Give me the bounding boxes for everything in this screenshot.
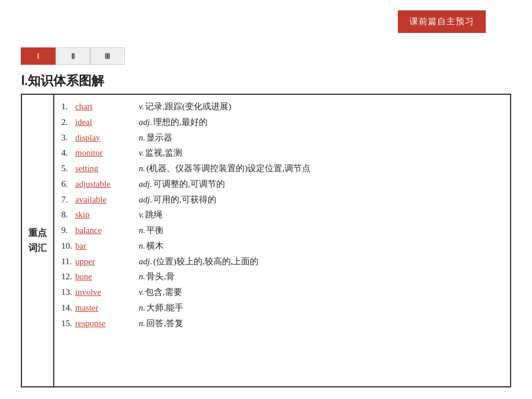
vocab-number: 8. bbox=[61, 208, 75, 222]
vocab-item: 15.response n.回答,答复 bbox=[61, 316, 503, 331]
vocab-number: 11. bbox=[61, 254, 75, 269]
vocab-word: skip bbox=[75, 208, 139, 222]
vocab-def: 大师,能手 bbox=[146, 301, 183, 315]
vocab-def: 理想的,最好的 bbox=[153, 115, 208, 130]
tab-1[interactable]: Ⅰ bbox=[21, 47, 56, 65]
left-label: 重点词汇 bbox=[22, 95, 54, 386]
vocab-list: 1.chart v.记录,跟踪(变化或进展)2.ideal adj.理想的,最好… bbox=[54, 95, 510, 386]
tab-2[interactable]: Ⅱ bbox=[56, 47, 90, 65]
vocab-table: 重点词汇 1.chart v.记录,跟踪(变化或进展)2.ideal adj.理… bbox=[21, 94, 511, 387]
vocab-pos: v. bbox=[139, 285, 144, 300]
vocab-pos: v. bbox=[139, 146, 144, 160]
vocab-item: 11.upper adj.(位置)较上的,较高的,上面的 bbox=[61, 254, 503, 269]
vocab-item: 13.involve v.包含,需要 bbox=[61, 285, 503, 300]
section-title: Ⅰ.知识体系图解 bbox=[21, 72, 104, 90]
vocab-number: 2. bbox=[61, 115, 75, 130]
vocab-def: 回答,答复 bbox=[146, 316, 183, 331]
vocab-word: response bbox=[75, 316, 139, 331]
vocab-number: 6. bbox=[61, 177, 75, 191]
vocab-item: 4.monitor v.监视,监测 bbox=[61, 146, 503, 160]
vocab-pos: adj. bbox=[139, 177, 152, 191]
vocab-item: 14.master n.大师,能手 bbox=[61, 301, 503, 315]
vocab-word: setting bbox=[75, 161, 139, 176]
vocab-def: (位置)较上的,较高的,上面的 bbox=[153, 254, 259, 269]
vocab-item: 12.bone n.骨头,骨 bbox=[61, 269, 503, 284]
vocab-item: 2.ideal adj.理想的,最好的 bbox=[61, 115, 503, 130]
vocab-number: 1. bbox=[61, 99, 75, 114]
tabs-container: Ⅰ Ⅱ Ⅲ bbox=[21, 47, 125, 65]
vocab-number: 14. bbox=[61, 301, 75, 315]
vocab-word: bone bbox=[75, 269, 139, 284]
vocab-def: 包含,需要 bbox=[145, 285, 182, 300]
preview-button[interactable]: 课前篇自主预习 bbox=[398, 10, 486, 33]
vocab-word: involve bbox=[75, 285, 139, 300]
vocab-def: 骨头,骨 bbox=[146, 269, 175, 284]
vocab-pos: v. bbox=[139, 99, 144, 114]
vocab-word: display bbox=[75, 131, 139, 145]
vocab-pos: n. bbox=[139, 301, 145, 315]
vocab-pos: n. bbox=[139, 223, 145, 238]
vocab-def: 可用的,可获得的 bbox=[153, 193, 216, 207]
vocab-def: 监视,监测 bbox=[145, 146, 182, 160]
vocab-def: 记录,跟踪(变化或进展) bbox=[145, 99, 231, 114]
vocab-item: 5.setting n.(机器、仪器等调控装置的)设定位置,调节点 bbox=[61, 161, 503, 176]
vocab-def: 跳绳 bbox=[145, 208, 162, 222]
vocab-pos: n. bbox=[139, 239, 145, 253]
vocab-pos: n. bbox=[139, 131, 145, 145]
vocab-item: 10.bar n.横木 bbox=[61, 239, 503, 253]
vocab-word: adjustable bbox=[75, 177, 139, 191]
vocab-def: 显示器 bbox=[146, 131, 172, 145]
vocab-number: 10. bbox=[61, 239, 75, 253]
vocab-def: 可调整的,可调节的 bbox=[153, 177, 225, 191]
vocab-item: 1.chart v.记录,跟踪(变化或进展) bbox=[61, 99, 503, 114]
vocab-word: master bbox=[75, 301, 139, 315]
vocab-word: bar bbox=[75, 239, 139, 253]
vocab-pos: adj. bbox=[139, 115, 152, 130]
vocab-pos: adj. bbox=[139, 193, 152, 207]
vocab-number: 15. bbox=[61, 316, 75, 331]
vocab-item: 3.display n.显示器 bbox=[61, 131, 503, 145]
vocab-pos: v. bbox=[139, 208, 144, 222]
vocab-word: upper bbox=[75, 254, 139, 269]
vocab-word: available bbox=[75, 193, 139, 207]
vocab-number: 3. bbox=[61, 131, 75, 145]
vocab-def: (机器、仪器等调控装置的)设定位置,调节点 bbox=[146, 161, 311, 176]
vocab-item: 8.skip v.跳绳 bbox=[61, 208, 503, 222]
vocab-word: balance bbox=[75, 223, 139, 238]
vocab-pos: n. bbox=[139, 316, 145, 331]
vocab-number: 7. bbox=[61, 193, 75, 207]
vocab-item: 7.available adj.可用的,可获得的 bbox=[61, 193, 503, 207]
vocab-word: ideal bbox=[75, 115, 139, 130]
vocab-pos: adj. bbox=[139, 254, 152, 269]
vocab-word: monitor bbox=[75, 146, 139, 160]
vocab-pos: n. bbox=[139, 161, 145, 176]
vocab-def: 平衡 bbox=[146, 223, 164, 238]
vocab-number: 9. bbox=[61, 223, 75, 238]
vocab-item: 9.balance n.平衡 bbox=[61, 223, 503, 238]
vocab-number: 13. bbox=[61, 285, 75, 300]
vocab-number: 4. bbox=[61, 146, 75, 160]
vocab-number: 5. bbox=[61, 161, 75, 176]
vocab-def: 横木 bbox=[146, 239, 164, 253]
tab-3[interactable]: Ⅲ bbox=[90, 47, 125, 65]
vocab-pos: n. bbox=[139, 269, 145, 284]
vocab-item: 6.adjustable adj.可调整的,可调节的 bbox=[61, 177, 503, 191]
vocab-number: 12. bbox=[61, 269, 75, 284]
vocab-word: chart bbox=[75, 99, 139, 114]
